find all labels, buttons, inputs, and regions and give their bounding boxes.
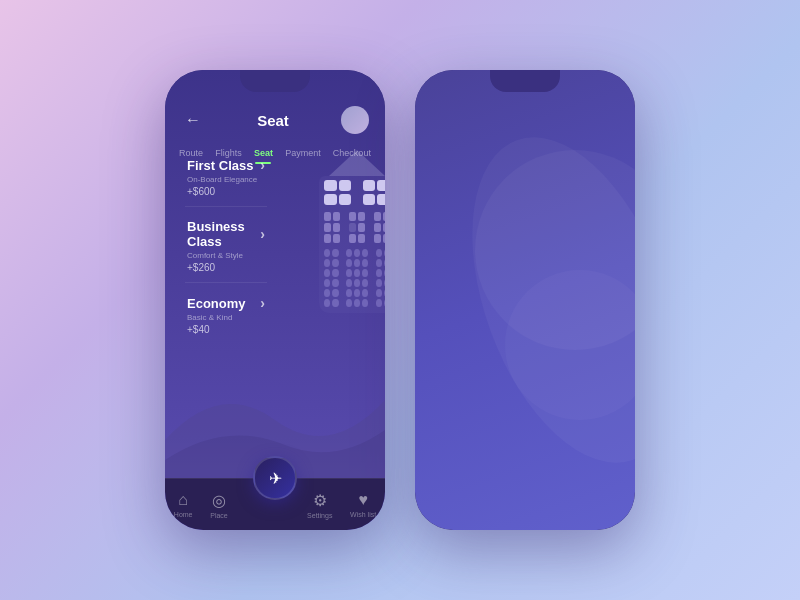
economy-header: Economy › xyxy=(187,295,265,311)
first-class-header: First Class › xyxy=(187,157,265,173)
business-class-price: +$260 xyxy=(187,262,265,273)
seat-map xyxy=(319,150,385,313)
right-phone-decoration xyxy=(475,150,635,350)
business-class-label: Business Class xyxy=(187,219,260,249)
plane-icon: ✈ xyxy=(269,469,282,488)
nav-wishlist[interactable]: ♥ Wish list xyxy=(350,491,376,518)
right-phone-decoration-2 xyxy=(505,270,635,420)
nav-wishlist-label: Wish list xyxy=(350,511,376,518)
settings-icon: ⚙ xyxy=(313,491,327,510)
tab-checkout[interactable]: Checkout xyxy=(329,146,375,160)
wishlist-icon: ♥ xyxy=(358,491,368,509)
first-class-subtitle: On-Board Elegance xyxy=(187,175,265,184)
nav-place-label: Place xyxy=(210,512,228,519)
business-class-header: Business Class › xyxy=(187,219,265,249)
left-phone-screen: ← Seat Route Flights Seat Payment Checko… xyxy=(165,70,385,530)
class-sections: First Class › On-Board Elegance +$600 Bu… xyxy=(177,145,275,345)
plane-fab[interactable]: ✈ xyxy=(253,456,297,500)
left-phone: ← Seat Route Flights Seat Payment Checko… xyxy=(165,70,385,530)
business-class-section[interactable]: Business Class › Comfort & Style +$260 xyxy=(177,207,275,283)
first-class-section[interactable]: First Class › On-Board Elegance +$600 xyxy=(177,145,275,207)
economy-price: +$40 xyxy=(187,324,265,335)
nav-home-label: Home xyxy=(174,511,193,518)
first-class-price: +$600 xyxy=(187,186,265,197)
phones-container: ← Seat Route Flights Seat Payment Checko… xyxy=(165,70,635,530)
nav-settings-label: Settings xyxy=(307,512,332,519)
economy-section[interactable]: Economy › Basic & Kind +$40 xyxy=(177,283,275,345)
nav-settings[interactable]: ⚙ Settings xyxy=(307,491,332,519)
first-class-chevron: › xyxy=(260,157,265,173)
page-title: Seat xyxy=(257,112,289,129)
right-phone-screen xyxy=(415,70,635,530)
tab-payment[interactable]: Payment xyxy=(281,146,325,160)
first-class-label: First Class xyxy=(187,158,253,173)
app-header: ← Seat xyxy=(165,70,385,142)
economy-label: Economy xyxy=(187,296,246,311)
economy-subtitle: Basic & Kind xyxy=(187,313,265,322)
home-icon: ⌂ xyxy=(178,491,188,509)
business-class-subtitle: Comfort & Style xyxy=(187,251,265,260)
place-icon: ◎ xyxy=(212,491,226,510)
nav-home[interactable]: ⌂ Home xyxy=(174,491,193,518)
right-phone xyxy=(415,70,635,530)
nav-place[interactable]: ◎ Place xyxy=(210,491,228,519)
avatar[interactable] xyxy=(341,106,369,134)
back-button[interactable]: ← xyxy=(181,108,205,132)
business-class-chevron: › xyxy=(260,226,265,242)
economy-chevron: › xyxy=(260,295,265,311)
